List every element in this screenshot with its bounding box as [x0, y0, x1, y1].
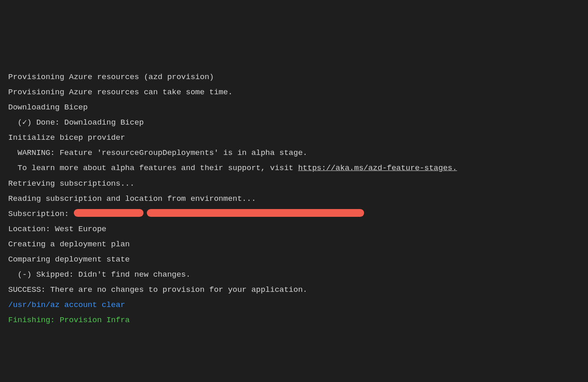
terminal-line-done: (✓) Done: Downloading Bicep — [8, 115, 580, 130]
subscription-label: Subscription: — [8, 209, 74, 218]
terminal-line: Reading subscription and location from e… — [8, 191, 580, 207]
terminal-line-command: /usr/bin/az account clear — [8, 298, 580, 313]
terminal-line: Creating a deployment plan — [8, 237, 580, 252]
terminal-line-finishing: Finishing: Provision Infra — [8, 313, 580, 328]
terminal-line: Initialize bicep provider — [8, 130, 580, 146]
terminal-line-success: SUCCESS: There are no changes to provisi… — [8, 282, 580, 298]
terminal-line-location: Location: West Europe — [8, 222, 580, 237]
terminal-line: Comparing deployment state — [8, 252, 580, 267]
terminal-line: To learn more about alpha features and t… — [8, 161, 580, 176]
terminal-line-skipped: (-) Skipped: Didn't find new changes. — [8, 267, 580, 282]
redacted-subscription-name — [74, 209, 144, 216]
redacted-subscription-id — [147, 209, 364, 216]
terminal-text: To learn more about alpha features and t… — [8, 164, 298, 173]
terminal-output: Provisioning Azure resources (azd provis… — [8, 70, 580, 328]
terminal-line: Retrieving subscriptions... — [8, 176, 580, 191]
terminal-line-subscription: Subscription: — [8, 207, 580, 222]
terminal-line: Provisioning Azure resources can take so… — [8, 85, 580, 100]
terminal-line: Provisioning Azure resources (azd provis… — [8, 70, 580, 85]
terminal-line: Downloading Bicep — [8, 100, 580, 115]
terminal-line-warning: WARNING: Feature 'resourceGroupDeploymen… — [8, 146, 580, 161]
feature-stages-link[interactable]: https://aka.ms/azd-feature-stages. — [298, 164, 457, 173]
